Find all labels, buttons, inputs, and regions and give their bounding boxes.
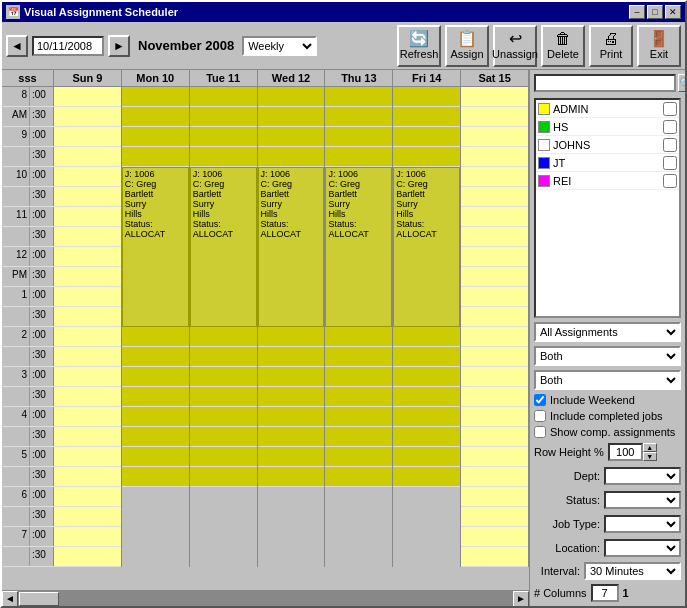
unassign-icon: ↩ xyxy=(509,31,522,47)
refresh-button[interactable]: 🔄 Refresh xyxy=(397,25,441,67)
title-bar: 📅 Visual Assignment Scheduler – □ ✕ xyxy=(2,2,685,22)
search-button[interactable]: 🔍 xyxy=(678,74,685,92)
header-time: sss xyxy=(2,70,54,86)
assign-label: Assign xyxy=(450,48,483,60)
app-icon: 📅 xyxy=(6,5,20,19)
columns-display: 1 xyxy=(623,587,629,599)
window-title: Visual Assignment Scheduler xyxy=(24,6,178,18)
time-am-label: AM xyxy=(2,107,30,126)
header-tue: Tue 11 xyxy=(190,70,258,86)
event-block-mon[interactable]: J: 1006C: GregBartlettSurryHillsStatus:A… xyxy=(122,167,189,327)
header-sat: Sat 15 xyxy=(461,70,529,86)
h-scroll-left[interactable]: ◄ xyxy=(2,591,18,606)
show-comp-label: Show comp. assignments xyxy=(550,426,675,438)
delete-button[interactable]: 🗑 Delete xyxy=(541,25,585,67)
prev-button[interactable]: ◄ xyxy=(6,35,28,57)
rei-checkbox[interactable] xyxy=(663,174,677,188)
include-weekend-label: Include Weekend xyxy=(550,394,635,406)
admin-checkbox[interactable] xyxy=(663,102,677,116)
resource-hs[interactable]: HS xyxy=(536,118,679,136)
location-dropdown[interactable] xyxy=(604,539,681,557)
resource-admin[interactable]: ADMIN xyxy=(536,100,679,118)
location-row: Location: xyxy=(534,538,681,558)
period-select[interactable]: Weekly Daily Monthly xyxy=(242,36,317,56)
grid-scroll[interactable]: 8:00 AM:30 9:00 :30 10:00 :30 11:00 :30 xyxy=(2,87,529,590)
row-height-down[interactable]: ▼ xyxy=(643,452,657,461)
interval-row: Interval: 30 Minutes 15 Minutes 60 Minut… xyxy=(534,562,681,580)
include-weekend-checkbox[interactable] xyxy=(534,394,546,406)
search-input[interactable] xyxy=(534,74,676,92)
event-block-fri[interactable]: J: 1006C: GregBartlettSurryHillsStatus:A… xyxy=(393,167,460,327)
filter1-dropdown[interactable]: Both Option 1 Option 2 xyxy=(534,346,681,366)
interval-label: Interval: xyxy=(534,565,584,577)
header-thu: Thu 13 xyxy=(325,70,393,86)
interval-select[interactable]: 30 Minutes 15 Minutes 60 Minutes xyxy=(584,562,681,580)
month-label: November 2008 xyxy=(138,38,234,53)
time-1: 1 xyxy=(2,287,30,306)
day-col-wed: J: 1006C: GregBartlettSurryHillsStatus:A… xyxy=(258,87,326,567)
unassign-label: Unassign xyxy=(492,48,538,60)
main-area: sss Sun 9 Mon 10 Tue 11 Wed 12 Thu 13 Fr… xyxy=(2,70,685,606)
assignment-filter-row: All Assignments My Assignments xyxy=(534,322,681,342)
filter2-dropdown[interactable]: Both Option 1 Option 2 xyxy=(534,370,681,390)
exit-button[interactable]: 🚪 Exit xyxy=(637,25,681,67)
header-sun: Sun 9 xyxy=(54,70,122,86)
exit-label: Exit xyxy=(650,48,668,60)
filter2-row: Both Option 1 Option 2 xyxy=(534,370,681,390)
resource-rei[interactable]: REI xyxy=(536,172,679,190)
time-11: 11 xyxy=(2,207,30,226)
assignment-filter-dropdown[interactable]: All Assignments My Assignments xyxy=(534,322,681,342)
status-dropdown[interactable] xyxy=(604,491,681,509)
print-button[interactable]: 🖨 Print xyxy=(589,25,633,67)
columns-input[interactable] xyxy=(591,584,619,602)
resource-johns[interactable]: JOHNS xyxy=(536,136,679,154)
refresh-icon: 🔄 xyxy=(409,31,429,47)
day-col-fri: J: 1006C: GregBartlettSurryHillsStatus:A… xyxy=(393,87,461,567)
event-block-tue[interactable]: J: 1006C: GregBartlettSurryHillsStatus:A… xyxy=(190,167,257,327)
job-type-dropdown[interactable] xyxy=(604,515,681,533)
hs-checkbox[interactable] xyxy=(663,120,677,134)
rei-name: REI xyxy=(553,175,660,187)
assign-button[interactable]: 📋 Assign xyxy=(445,25,489,67)
job-type-row: Job Type: xyxy=(534,514,681,534)
jt-color xyxy=(538,157,550,169)
johns-color xyxy=(538,139,550,151)
johns-checkbox[interactable] xyxy=(663,138,677,152)
row-height-row: Row Height % ▲ ▼ xyxy=(534,442,681,462)
show-comp-checkbox[interactable] xyxy=(534,426,546,438)
close-button[interactable]: ✕ xyxy=(665,5,681,19)
row-height-label: Row Height % xyxy=(534,446,608,458)
include-completed-checkbox[interactable] xyxy=(534,410,546,422)
dept-dropdown[interactable] xyxy=(604,467,681,485)
event-block-wed[interactable]: J: 1006C: GregBartlettSurryHillsStatus:A… xyxy=(258,167,325,327)
day-col-sun xyxy=(54,87,122,567)
filter1-row: Both Option 1 Option 2 xyxy=(534,346,681,366)
event-block-thu[interactable]: J: 1006C: GregBartlettSurryHillsStatus:A… xyxy=(325,167,392,327)
day-col-thu: J: 1006C: GregBartlettSurryHillsStatus:A… xyxy=(325,87,393,567)
time-6: 6 xyxy=(2,487,30,506)
next-button[interactable]: ► xyxy=(108,35,130,57)
horizontal-scrollbar: ◄ ► xyxy=(2,590,529,606)
row-height-up[interactable]: ▲ xyxy=(643,443,657,452)
search-row: 🔍 xyxy=(534,74,681,92)
jt-checkbox[interactable] xyxy=(663,156,677,170)
job-type-label: Job Type: xyxy=(534,518,604,530)
hs-color xyxy=(538,121,550,133)
h-scroll-thumb[interactable] xyxy=(19,592,59,606)
h-scroll-right[interactable]: ► xyxy=(513,591,529,606)
date-input[interactable] xyxy=(32,36,104,56)
time-column: 8:00 AM:30 9:00 :30 10:00 :30 11:00 :30 xyxy=(2,87,54,567)
h-scroll-track[interactable] xyxy=(18,591,513,606)
resource-jt[interactable]: JT xyxy=(536,154,679,172)
show-comp-row: Show comp. assignments xyxy=(534,426,681,438)
resource-list: ADMIN HS JOHNS JT xyxy=(534,98,681,318)
row-height-input[interactable] xyxy=(608,443,643,461)
refresh-label: Refresh xyxy=(400,48,439,60)
status-row: Status: xyxy=(534,490,681,510)
minimize-button[interactable]: – xyxy=(629,5,645,19)
admin-name: ADMIN xyxy=(553,103,660,115)
unassign-button[interactable]: ↩ Unassign xyxy=(493,25,537,67)
jt-name: JT xyxy=(553,157,660,169)
location-label: Location: xyxy=(534,542,604,554)
maximize-button[interactable]: □ xyxy=(647,5,663,19)
